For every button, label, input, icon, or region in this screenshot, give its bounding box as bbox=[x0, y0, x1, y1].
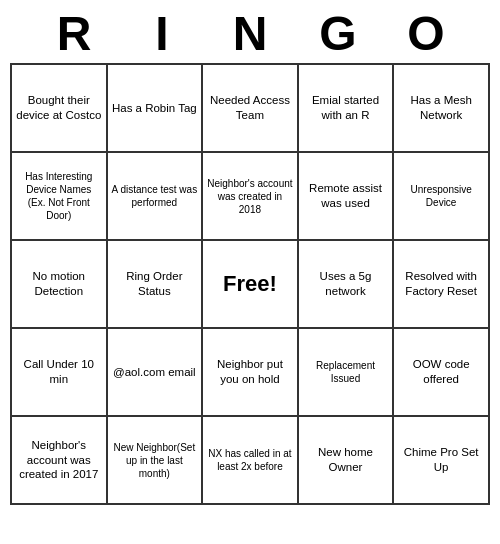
bingo-cell-0-2: Needed Access Team bbox=[202, 64, 298, 152]
bingo-cell-0-0: Bought their device at Costco bbox=[11, 64, 107, 152]
bingo-cell-3-1: @aol.com email bbox=[107, 328, 203, 416]
bingo-cell-1-0: Has Interesting Device Names (Ex. Not Fr… bbox=[11, 152, 107, 240]
title-o: O bbox=[382, 6, 470, 61]
bingo-cell-3-0: Call Under 10 min bbox=[11, 328, 107, 416]
bingo-cell-4-0: Neighbor's account was created in 2017 bbox=[11, 416, 107, 504]
bingo-cell-4-1: New Neighbor(Set up in the last month) bbox=[107, 416, 203, 504]
bingo-cell-3-2: Neighbor put you on hold bbox=[202, 328, 298, 416]
bingo-cell-2-4: Resolved with Factory Reset bbox=[393, 240, 489, 328]
bingo-cell-2-0: No motion Detection bbox=[11, 240, 107, 328]
bingo-cell-4-4: Chime Pro Set Up bbox=[393, 416, 489, 504]
bingo-cell-2-3: Uses a 5g network bbox=[298, 240, 394, 328]
bingo-cell-2-2: Free! bbox=[202, 240, 298, 328]
bingo-cell-0-1: Has a Robin Tag bbox=[107, 64, 203, 152]
bingo-cell-1-3: Remote assist was used bbox=[298, 152, 394, 240]
bingo-cell-0-3: Emial started with an R bbox=[298, 64, 394, 152]
bingo-cell-1-2: Neighbor's account was created in 2018 bbox=[202, 152, 298, 240]
bingo-cell-1-1: A distance test was performed bbox=[107, 152, 203, 240]
title-i: I bbox=[118, 6, 206, 61]
bingo-cell-2-1: Ring Order Status bbox=[107, 240, 203, 328]
bingo-title: R I N G O bbox=[10, 0, 490, 63]
title-g: G bbox=[294, 6, 382, 61]
bingo-cell-3-3: Replacement Issued bbox=[298, 328, 394, 416]
bingo-cell-0-4: Has a Mesh Network bbox=[393, 64, 489, 152]
bingo-cell-1-4: Unresponsive Device bbox=[393, 152, 489, 240]
title-r: R bbox=[30, 6, 118, 61]
bingo-cell-4-2: NX has called in at least 2x before bbox=[202, 416, 298, 504]
bingo-board: Bought their device at CostcoHas a Robin… bbox=[10, 63, 490, 505]
bingo-cell-3-4: OOW code offered bbox=[393, 328, 489, 416]
bingo-cell-4-3: New home Owner bbox=[298, 416, 394, 504]
title-n: N bbox=[206, 6, 294, 61]
